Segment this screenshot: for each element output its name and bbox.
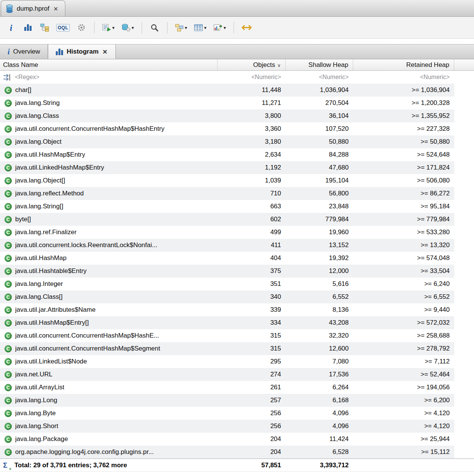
run-query-browser-button[interactable]: ▾ [101, 21, 116, 35]
class-name-cell[interactable]: C java.lang.Object[] [0, 174, 218, 187]
dropdown-arrow-icon[interactable]: ▾ [185, 25, 187, 30]
class-name: java.util.Hashtable$Entry [15, 265, 87, 278]
table-row[interactable]: C java.util.concurrent.ConcurrentHashMap… [0, 122, 474, 135]
column-header-retained-heap[interactable]: Retained Heap [353, 59, 454, 70]
class-name-cell[interactable]: C java.util.ArrayList [0, 381, 218, 394]
class-name-cell[interactable]: C java.util.HashMap [0, 252, 218, 265]
retained-heap-value: >= 4,120 [353, 407, 454, 420]
table-row[interactable]: C java.util.concurrent.ConcurrentHashMap… [0, 342, 474, 355]
dropdown-arrow-icon[interactable]: ▾ [224, 25, 226, 30]
close-icon[interactable]: × [102, 48, 108, 56]
class-name-cell[interactable]: C java.util.LinkedHashMap$Entry [0, 161, 218, 174]
table-row[interactable]: C java.lang.Short 256 4,096 >= 4,120 [0, 420, 474, 433]
column-header-shallow-heap[interactable]: Shallow Heap [286, 59, 353, 70]
class-name-cell[interactable]: C java.util.HashMap$Entry[] [0, 316, 218, 329]
table-row[interactable]: C java.lang.Integer 351 5,616 >= 6,240 [0, 278, 474, 290]
customize-table-button[interactable]: ▾ [193, 21, 208, 35]
class-name-cell[interactable]: C java.util.Hashtable$Entry [0, 265, 218, 278]
class-name-cell[interactable]: C java.util.concurrent.ConcurrentHashMap… [0, 342, 218, 355]
table-row[interactable]: C java.lang.Class 3,800 36,104 >= 1,355,… [0, 109, 474, 122]
heap-details-button[interactable]: i [5, 21, 17, 35]
column-header-class-name[interactable]: Class Name [0, 59, 218, 70]
class-name-cell[interactable]: C java.util.concurrent.ConcurrentHashMap… [0, 122, 218, 135]
class-name-cell[interactable]: C java.lang.Short [0, 420, 218, 433]
expert-system-button[interactable] [75, 21, 88, 35]
class-name-cell[interactable]: C java.util.jar.Attributes$Name [0, 303, 218, 316]
tab-overview[interactable]: i Overview [0, 44, 48, 59]
export-button[interactable]: ▾ [212, 21, 228, 35]
close-icon[interactable]: × [53, 5, 59, 13]
class-name-cell[interactable]: C java.lang.Object [0, 135, 218, 148]
compare-tables-button[interactable] [240, 21, 253, 35]
group-result-button[interactable]: ▾ [174, 21, 189, 35]
table-row[interactable]: C java.lang.Object 3,180 50,880 >= 50,88… [0, 135, 474, 148]
retained-heap-filter-input[interactable]: <Numeric> [353, 71, 454, 84]
table-row[interactable]: C java.util.concurrent.ConcurrentHashMap… [0, 329, 474, 342]
table-row[interactable]: C java.util.LinkedList$Node 295 7,080 >=… [0, 355, 474, 368]
heap-dump-actions-button[interactable]: ▾ [120, 21, 136, 35]
table-row[interactable]: C java.util.Hashtable$Entry 375 12,000 >… [0, 265, 474, 278]
retained-heap-value: >= 50,880 [353, 135, 454, 148]
class-name-cell[interactable]: C java.util.LinkedList$Node [0, 355, 218, 368]
search-button[interactable] [148, 21, 161, 35]
class-name-cell[interactable]: C java.util.concurrent.ConcurrentHashMap… [0, 329, 218, 342]
table-row[interactable]: C java.lang.Class[] 340 6,552 >= 6,552 [0, 290, 474, 303]
table-row[interactable]: C java.lang.ref.Finalizer 499 19,960 >= … [0, 226, 474, 239]
table-row[interactable]: C java.lang.Package 204 11,424 >= 25,944 [0, 433, 474, 446]
editor-tab-dump-hprof[interactable]: dump.hprof × [1, 0, 65, 16]
class-name-cell[interactable]: C java.lang.String [0, 97, 218, 109]
table-row[interactable]: C java.net.URL 274 17,536 >= 52,464 [0, 368, 474, 381]
class-name-cell[interactable]: C java.lang.Package [0, 433, 218, 446]
oql-button[interactable]: OQL [55, 21, 71, 35]
class-name-cell[interactable]: C java.util.HashMap$Entry [0, 148, 218, 161]
class-icon: C [5, 423, 12, 430]
table-row[interactable]: C java.util.LinkedHashMap$Entry 1,192 47… [0, 161, 474, 174]
table-row[interactable]: C java.util.HashMap$Entry[] 334 43,208 >… [0, 316, 474, 329]
class-name-cell[interactable]: C org.apache.logging.log4j.core.config.p… [0, 446, 218, 459]
class-name-cell[interactable]: C java.lang.String[] [0, 200, 218, 213]
table-row[interactable]: C java.lang.String 11,271 270,504 >= 1,2… [0, 97, 474, 109]
objects-value: 3,180 [218, 135, 286, 148]
class-name-cell[interactable]: C java.lang.reflect.Method [0, 187, 218, 200]
table-row[interactable]: C java.util.concurrent.locks.ReentrantLo… [0, 239, 474, 252]
total-label-cell: Σ+ Total: 29 of 3,791 entries; 3,762 mor… [0, 459, 218, 472]
table-row[interactable]: C java.lang.Byte 256 4,096 >= 4,120 [0, 407, 474, 420]
class-name-cell[interactable]: C java.lang.Integer [0, 278, 218, 290]
class-name-cell[interactable]: C char[] [0, 84, 218, 97]
histogram-button[interactable] [21, 21, 34, 35]
dominator-tree-button[interactable] [38, 21, 51, 35]
table-row[interactable]: C java.util.ArrayList 261 6,264 >= 194,0… [0, 381, 474, 394]
class-name-cell[interactable]: C java.lang.ref.Finalizer [0, 226, 218, 239]
dropdown-arrow-icon[interactable]: ▾ [112, 25, 115, 30]
objects-filter-input[interactable]: <Numeric> [218, 71, 286, 84]
table-row[interactable]: C java.lang.String[] 663 23,848 >= 95,18… [0, 200, 474, 213]
class-name-cell[interactable]: C java.lang.Class[] [0, 290, 218, 303]
class-name-cell[interactable]: C java.lang.Byte [0, 407, 218, 420]
shallow-heap-filter-input[interactable]: <Numeric> [286, 71, 353, 84]
class-icon: C [5, 371, 12, 378]
class-name-cell[interactable]: C java.lang.Class [0, 109, 218, 122]
filter-icon [3, 74, 12, 81]
dropdown-arrow-icon[interactable]: ▾ [132, 25, 134, 30]
table-row[interactable]: C java.lang.Object[] 1,039 195,104 >= 50… [0, 174, 474, 187]
class-name-cell[interactable]: C java.lang.Long [0, 394, 218, 407]
class-name-cell[interactable]: C byte[] [0, 213, 218, 226]
dropdown-arrow-icon[interactable]: ▾ [204, 25, 207, 30]
table-row[interactable]: C java.util.jar.Attributes$Name 339 8,13… [0, 303, 474, 316]
table-row[interactable]: C java.lang.Long 257 6,168 >= 6,200 [0, 394, 474, 407]
class-name-cell[interactable]: C java.util.concurrent.locks.ReentrantLo… [0, 239, 218, 252]
class-name: java.lang.Class[] [15, 290, 63, 303]
row-filler [454, 148, 474, 161]
table-row[interactable]: C char[] 11,448 1,036,904 >= 1,036,904 [0, 84, 474, 97]
class-name-cell[interactable]: C java.net.URL [0, 368, 218, 381]
table-row[interactable]: C org.apache.logging.log4j.core.config.p… [0, 446, 474, 459]
class-name-filter-input[interactable]: <Regex> [0, 71, 218, 84]
table-row[interactable]: C java.util.HashMap$Entry 2,634 84,288 >… [0, 148, 474, 161]
table-row[interactable]: C java.lang.reflect.Method 710 56,800 >=… [0, 187, 474, 200]
row-filler [454, 381, 474, 394]
column-header-objects[interactable]: Objects∨ [218, 59, 286, 70]
class-name: java.util.concurrent.ConcurrentHashMap$H… [15, 329, 159, 342]
table-row[interactable]: C java.util.HashMap 404 19,392 >= 574,04… [0, 252, 474, 265]
table-row[interactable]: C byte[] 602 779,984 >= 779,984 [0, 213, 474, 226]
tab-histogram[interactable]: Histogram × [48, 44, 116, 59]
